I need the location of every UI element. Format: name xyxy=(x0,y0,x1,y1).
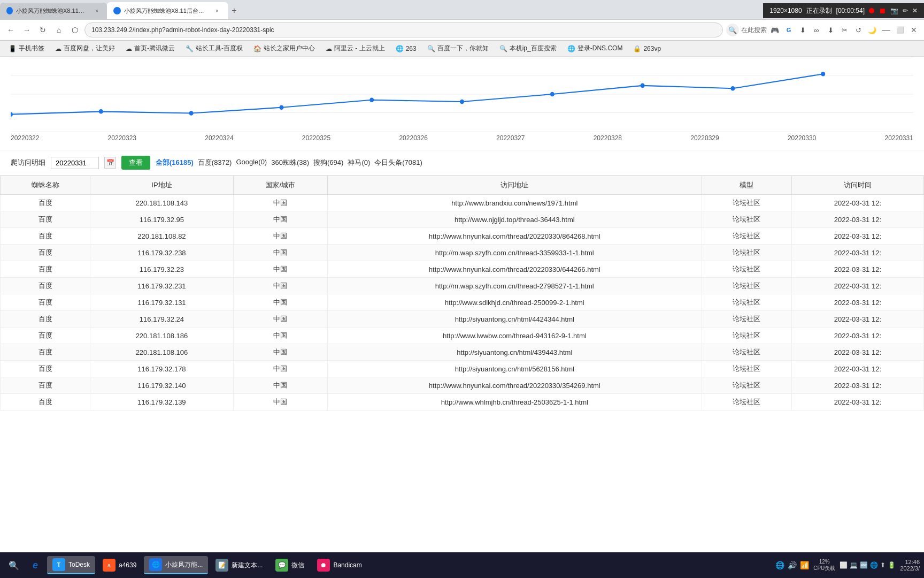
rec-time: [00:00:54] xyxy=(836,7,865,14)
nav-forward-btn[interactable]: → xyxy=(20,24,33,36)
bookmark-label-9: 登录-DNS.COM xyxy=(578,44,623,53)
td-url-9[interactable]: http://siyuantong.cn/html/439443.html xyxy=(327,344,702,361)
td-time-5: 2022-03-31 12: xyxy=(791,278,923,294)
td-url-3[interactable]: http://m.wap.szyfh.com.cn/thread-3359933… xyxy=(327,245,702,261)
toolbar-theme[interactable]: 🌙 xyxy=(866,24,878,36)
bookmark-label-10: 263vp xyxy=(643,45,661,52)
taskbar-app-toDesk[interactable]: T ToDesk xyxy=(47,556,95,574)
taskbar-app-bandicam[interactable]: ⏺ Bandicam xyxy=(312,557,367,574)
tab-new-btn[interactable]: + xyxy=(230,6,238,15)
browser-close[interactable]: ✕ xyxy=(908,24,920,36)
td-url-5[interactable]: http://m.wap.szyfh.com.cn/thread-2798527… xyxy=(327,278,702,294)
nav-back-btn[interactable]: ← xyxy=(4,24,17,36)
td-spider-4: 百度 xyxy=(1,261,90,278)
toolbar-refresh[interactable]: ↺ xyxy=(852,24,864,36)
time-display[interactable]: 12:46 2022/3/ xyxy=(900,559,920,572)
table-row: 百度 116.179.32.131 中国 http://www.sdlkhjd.… xyxy=(1,294,924,311)
svg-point-11 xyxy=(279,105,283,110)
nav-reload-btn[interactable]: ↻ xyxy=(36,24,49,36)
date-value: 2022/3/ xyxy=(900,565,920,572)
filter-calendar-btn[interactable]: 📅 xyxy=(104,157,116,169)
taskbar-app-wechat[interactable]: 💬 微信 xyxy=(270,557,310,574)
filter-date-input[interactable] xyxy=(51,157,99,169)
tray-icon-7[interactable]: 🌐 xyxy=(870,561,878,569)
browser-minimize[interactable]: — xyxy=(880,24,892,36)
bookmark-item-6[interactable]: 🌐 263 xyxy=(391,44,421,54)
td-url-0[interactable]: http://www.brandxiu.com/news/1971.html xyxy=(327,195,702,211)
bookmark-item-7[interactable]: 🔍 百度一下，你就知 xyxy=(423,43,493,54)
tray-icon-1[interactable]: 🌐 xyxy=(775,561,784,569)
tray-icon-3[interactable]: 📶 xyxy=(800,561,809,569)
td-url-12[interactable]: http://www.whlmjhb.cn/thread-2503625-1-1… xyxy=(327,394,702,410)
td-url-7[interactable]: http://siyuantong.cn/html/4424344.html xyxy=(327,311,702,328)
search-icon-btn[interactable]: 🔍 xyxy=(726,24,739,36)
main-content: 10.7k 20220322 20220323 20220324 2022032… xyxy=(0,57,924,410)
td-model-6: 论坛社区 xyxy=(702,294,791,311)
bookmark-item-0[interactable]: 📱 手机书签 xyxy=(4,43,49,54)
filter-tab-2[interactable]: Google(0) xyxy=(236,158,267,168)
taskbar-app-a4639[interactable]: a a4639 xyxy=(97,557,142,574)
tray-icon-4[interactable]: ⬜ xyxy=(840,561,848,569)
rec-edit-btn[interactable]: ✏ xyxy=(903,7,908,14)
rec-cam-btn[interactable]: 📷 xyxy=(890,7,898,14)
nav-home-btn[interactable]: ⌂ xyxy=(52,24,65,36)
taskbar-app-notepad[interactable]: 📝 新建文本... xyxy=(210,557,268,574)
toolbar-extension1[interactable]: G xyxy=(783,24,795,36)
rec-close-btn[interactable]: ✕ xyxy=(912,7,918,14)
td-time-8: 2022-03-31 12: xyxy=(791,328,923,344)
tray-icon-9[interactable]: 🔋 xyxy=(888,561,896,569)
tab-close-1[interactable]: × xyxy=(93,6,101,15)
bookmark-item-4[interactable]: 🏠 站长之家用户中心 xyxy=(249,43,319,54)
table-row: 百度 220.181.108.106 中国 http://siyuantong.… xyxy=(1,344,924,361)
toolbar-download[interactable]: ⬇ xyxy=(797,24,808,36)
bookmark-label-0: 手机书签 xyxy=(19,44,44,53)
bookmark-item-1[interactable]: ☁ 百度网盘，让美好 xyxy=(51,43,119,54)
td-model-1: 论坛社区 xyxy=(702,211,791,228)
filter-tab-6[interactable]: 今日头条(7081) xyxy=(374,158,422,168)
td-time-11: 2022-03-31 12: xyxy=(791,377,923,394)
address-input[interactable] xyxy=(84,22,723,37)
toDesk-label: ToDesk xyxy=(68,561,90,568)
bookmark-item-9[interactable]: 🌐 登录-DNS.COM xyxy=(563,43,627,54)
browser-maximize[interactable]: ⬜ xyxy=(894,24,906,36)
td-url-8[interactable]: http://www.lwwbw.com/thread-943162-9-1.h… xyxy=(327,328,702,344)
toolbar-infinity[interactable]: ∞ xyxy=(811,24,822,36)
td-url-11[interactable]: http://www.hnyunkai.com/thread/20220330/… xyxy=(327,377,702,394)
bookmark-item-2[interactable]: ☁ 首页-腾讯微云 xyxy=(121,43,179,54)
tray-icon-2[interactable]: 🔊 xyxy=(788,561,797,569)
td-model-10: 论坛社区 xyxy=(702,361,791,377)
bookmark-item-3[interactable]: 🔧 站长工具-百度权 xyxy=(181,43,247,54)
taskbar-ie-btn[interactable]: e xyxy=(26,556,45,575)
tray-icon-8[interactable]: ⬆ xyxy=(880,561,886,569)
tray-icon-6[interactable]: 🔤 xyxy=(860,561,868,569)
tray-icon-5[interactable]: 💻 xyxy=(850,561,858,569)
bookmark-item-8[interactable]: 🔍 本机ip_百度搜索 xyxy=(495,43,561,54)
svg-point-14 xyxy=(550,92,555,97)
filter-tab-1[interactable]: 百度(8372) xyxy=(198,158,232,168)
rec-stop-btn[interactable]: ⏹ xyxy=(879,6,886,15)
td-time-9: 2022-03-31 12: xyxy=(791,344,923,361)
nav-screenshot-btn[interactable]: ⬡ xyxy=(68,24,81,36)
bookmark-item-10[interactable]: 🔒 263vp xyxy=(629,44,665,54)
filter-tab-3[interactable]: 360蜘蛛(38) xyxy=(271,158,309,168)
td-url-10[interactable]: http://siyuantong.cn/html/5628156.html xyxy=(327,361,702,377)
tab-inactive-1[interactable]: 小旋风万能蜘蛛池X8.11后台管理 × xyxy=(0,3,107,19)
td-spider-5: 百度 xyxy=(1,278,90,294)
taskbar-search-btn[interactable]: 🔍 xyxy=(4,556,24,575)
td-url-6[interactable]: http://www.sdlkhjd.cn/thread-250099-2-1.… xyxy=(327,294,702,311)
taskbar-app-browser[interactable]: 🌐 小旋风万能... xyxy=(144,556,208,574)
filter-tab-0[interactable]: 全部(16185) xyxy=(156,158,194,168)
toolbar-gamepad[interactable]: 🎮 xyxy=(769,24,781,36)
tab-close-2[interactable]: × xyxy=(213,6,221,15)
toolbar-scissors[interactable]: ✂ xyxy=(838,24,850,36)
filter-tab-5[interactable]: 神马(0) xyxy=(348,158,370,168)
td-url-1[interactable]: http://www.njgljd.top/thread-36443.html xyxy=(327,211,702,228)
tab-active-2[interactable]: 小旋风万能蜘蛛池X8.11后台管理 × xyxy=(107,2,228,19)
bookmark-item-5[interactable]: ☁ 阿里云 - 上云就上 xyxy=(321,43,389,54)
filter-tab-4[interactable]: 搜狗(694) xyxy=(313,158,343,168)
td-url-2[interactable]: http://www.hnyunkai.com/thread/20220330/… xyxy=(327,228,702,245)
td-url-4[interactable]: http://www.hnyunkai.com/thread/20220330/… xyxy=(327,261,702,278)
filter-query-btn[interactable]: 查看 xyxy=(121,156,150,170)
toolbar-dl2[interactable]: ⬇ xyxy=(825,24,836,36)
svg-point-16 xyxy=(730,86,735,91)
